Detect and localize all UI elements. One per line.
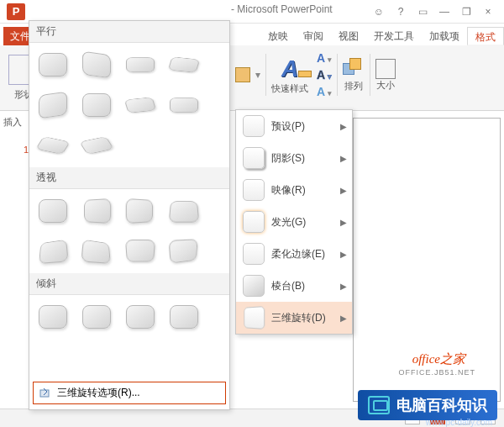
menu-bevel-label: 棱台(B) bbox=[271, 279, 305, 293]
menu-reflection-label: 映像(R) bbox=[271, 183, 306, 198]
tab-view[interactable]: 视图 bbox=[331, 27, 366, 45]
preset-persp-5[interactable] bbox=[34, 235, 71, 268]
preset-persp-4[interactable] bbox=[165, 194, 202, 228]
watermark-brand: 电脑百科知识 bbox=[358, 390, 497, 420]
rotation-options-label: 三维旋转选项(R)... bbox=[57, 386, 140, 400]
chevron-right-icon: ▶ bbox=[340, 122, 347, 131]
shape-fill-icon[interactable] bbox=[235, 67, 250, 82]
menu-shadow-label: 阴影(S) bbox=[271, 151, 305, 166]
preset-obl-2[interactable] bbox=[78, 300, 115, 334]
watermark-brand-text: 电脑百科知识 bbox=[396, 395, 487, 415]
watermark-office: office之家 bbox=[412, 351, 465, 367]
arrange-icon[interactable] bbox=[343, 58, 365, 80]
menu-glow[interactable]: 发光(G) ▶ bbox=[236, 206, 352, 238]
chevron-right-icon: ▶ bbox=[340, 314, 347, 323]
reflection-icon bbox=[243, 179, 265, 201]
preset-obl-3[interactable] bbox=[122, 300, 159, 334]
chevron-right-icon: ▶ bbox=[340, 250, 347, 259]
tab-developer[interactable]: 开发工具 bbox=[366, 27, 422, 45]
softedge-icon bbox=[243, 243, 265, 265]
monitor-icon bbox=[368, 396, 390, 414]
menu-rotation3d[interactable]: 三维旋转(D) ▶ bbox=[236, 302, 352, 334]
maximize-icon[interactable]: ❐ bbox=[457, 3, 475, 21]
preset-parallel-3[interactable] bbox=[122, 48, 159, 82]
preset-parallel-4[interactable] bbox=[165, 48, 202, 82]
preset-icon bbox=[243, 115, 265, 137]
glow-icon bbox=[243, 211, 265, 233]
menu-preset[interactable]: 预设(P) ▶ bbox=[236, 110, 352, 142]
shape-effects-submenu: 预设(P) ▶ 阴影(S) ▶ 映像(R) ▶ 发光(G) ▶ 柔化边缘(E) … bbox=[235, 109, 353, 335]
size-icon[interactable] bbox=[375, 59, 396, 79]
menu-rotation3d-label: 三维旋转(D) bbox=[271, 311, 326, 325]
gallery-section-perspective: 透视 bbox=[29, 167, 229, 189]
gallery-section-oblique: 倾斜 bbox=[29, 273, 229, 295]
gallery-section-parallel: 平行 bbox=[29, 21, 229, 43]
insert-label: 插入 bbox=[3, 116, 24, 129]
help-icon[interactable]: ? bbox=[391, 3, 410, 21]
preset-persp-2[interactable] bbox=[78, 194, 115, 228]
preset-persp-1[interactable] bbox=[34, 194, 71, 228]
preset-parallel-8[interactable] bbox=[165, 88, 202, 122]
oblique-presets bbox=[29, 295, 229, 339]
preset-persp-3[interactable] bbox=[122, 194, 159, 228]
preset-persp-8[interactable] bbox=[165, 235, 202, 268]
chevron-right-icon: ▶ bbox=[340, 282, 347, 291]
rotation-options-icon bbox=[39, 387, 52, 400]
ribbon-toggle-icon[interactable]: ▭ bbox=[413, 3, 432, 21]
wordart-quickstyle-icon[interactable]: A bbox=[281, 55, 298, 82]
arrange-label: 排列 bbox=[344, 80, 363, 92]
svg-rect-0 bbox=[40, 390, 49, 397]
preset-persp-7[interactable] bbox=[122, 235, 159, 268]
preset-parallel-7[interactable] bbox=[122, 88, 159, 122]
rotation-3d-options[interactable]: 三维旋转选项(R)... bbox=[33, 382, 226, 404]
shadow-icon bbox=[243, 147, 265, 169]
quickstyle-label: 快速样式 bbox=[271, 82, 308, 95]
menu-preset-label: 预设(P) bbox=[271, 119, 305, 134]
text-outline-icon[interactable]: A ▾ bbox=[317, 68, 332, 82]
insert-rail: 插入 bbox=[0, 116, 20, 129]
watermark-brand-url: www.pc-daily.com bbox=[426, 418, 492, 427]
preset-parallel-6[interactable] bbox=[78, 88, 115, 122]
preset-parallel-5[interactable] bbox=[34, 88, 71, 122]
menu-softedge-label: 柔化边缘(E) bbox=[271, 247, 325, 261]
rotation-3d-gallery: 平行 透视 倾斜 三维旋转选项(R)... bbox=[29, 20, 230, 410]
preset-parallel-2[interactable] bbox=[78, 48, 115, 82]
chevron-right-icon: ▶ bbox=[340, 154, 347, 163]
preset-parallel-1[interactable] bbox=[34, 48, 71, 82]
perspective-presets bbox=[29, 189, 229, 273]
text-effects-icon[interactable]: A ▾ bbox=[317, 85, 332, 98]
menu-reflection[interactable]: 映像(R) ▶ bbox=[236, 174, 352, 206]
app-icon: P bbox=[7, 3, 25, 20]
close-icon[interactable]: × bbox=[479, 3, 497, 21]
tab-format[interactable]: 格式 bbox=[467, 27, 504, 45]
size-label: 大小 bbox=[376, 79, 395, 92]
preset-obl-4[interactable] bbox=[165, 300, 202, 334]
text-fill-icon[interactable]: A ▾ bbox=[317, 51, 332, 65]
menu-softedge[interactable]: 柔化边缘(E) ▶ bbox=[236, 238, 352, 270]
window-title: - Microsoft PowerPoint bbox=[231, 3, 333, 15]
preset-parallel-9[interactable] bbox=[34, 129, 71, 162]
preset-parallel-10[interactable] bbox=[78, 129, 115, 162]
preset-obl-1[interactable] bbox=[34, 300, 71, 334]
face-icon[interactable]: ☺ bbox=[370, 3, 388, 21]
menu-bevel[interactable]: 棱台(B) ▶ bbox=[236, 270, 352, 302]
tab-review[interactable]: 审阅 bbox=[296, 27, 331, 45]
bevel-icon bbox=[243, 275, 265, 297]
tab-slideshow[interactable]: 放映 bbox=[260, 27, 296, 45]
chevron-right-icon: ▶ bbox=[340, 186, 347, 195]
chevron-right-icon: ▶ bbox=[340, 218, 347, 227]
rotation3d-icon bbox=[244, 306, 265, 329]
preset-persp-6[interactable] bbox=[78, 235, 115, 268]
menu-shadow[interactable]: 阴影(S) ▶ bbox=[236, 142, 352, 174]
minimize-icon[interactable]: — bbox=[435, 3, 454, 21]
menu-glow-label: 发光(G) bbox=[271, 215, 306, 229]
watermark-office-url: OFFICE.JB51.NET bbox=[398, 368, 475, 377]
ribbon-right: ▾ A 快速样式 A ▾ A ▾ A ▾ 排列 大小 bbox=[235, 49, 496, 101]
parallel-presets bbox=[29, 43, 229, 167]
tab-addins[interactable]: 加载项 bbox=[422, 27, 467, 45]
